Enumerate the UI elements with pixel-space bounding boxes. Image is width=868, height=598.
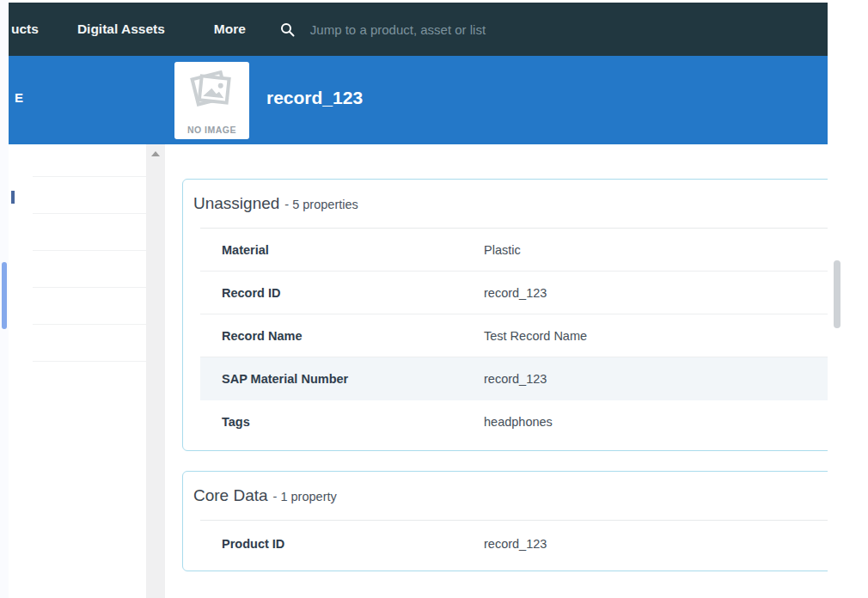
card-property-count: - 5 properties bbox=[284, 198, 358, 211]
property-label: SAP Material Number bbox=[222, 372, 484, 386]
property-row-material: Material Plastic bbox=[200, 229, 828, 272]
scroll-up-icon[interactable] bbox=[151, 151, 160, 156]
card-header: Core Data - 1 property bbox=[183, 472, 828, 520]
no-image-label: NO IMAGE bbox=[187, 125, 236, 135]
property-row-sap-material-number: SAP Material Number record_123 bbox=[200, 357, 828, 400]
record-title: record_123 bbox=[266, 88, 363, 108]
top-nav-bar: ucts Digital Assets More Jump to a produ… bbox=[9, 3, 828, 56]
left-scrollbar-thumb[interactable] bbox=[2, 262, 7, 329]
search-icon bbox=[280, 22, 295, 37]
nav-item-digital-assets[interactable]: Digital Assets bbox=[77, 21, 165, 37]
property-group-unassigned: Unassigned - 5 properties Material Plast… bbox=[182, 179, 828, 451]
property-value[interactable]: record_123 bbox=[484, 286, 547, 300]
sidebar-list-item[interactable] bbox=[33, 214, 146, 251]
property-value[interactable]: headphones bbox=[484, 415, 553, 429]
sidebar-list-item[interactable] bbox=[33, 251, 146, 288]
sidebar-truncated-text bbox=[11, 191, 15, 204]
record-header: E NO IMAGE record_123 bbox=[9, 56, 828, 144]
property-row-tags: Tags headphones bbox=[200, 400, 828, 443]
property-label: Tags bbox=[222, 415, 484, 429]
property-row-record-id: Record ID record_123 bbox=[200, 272, 828, 314]
content-area: Unassigned - 5 properties Material Plast… bbox=[9, 144, 828, 598]
sidebar-list-item[interactable] bbox=[33, 144, 146, 177]
property-group-core-data: Core Data - 1 property Product ID record… bbox=[182, 471, 828, 571]
property-row-product-id: Product ID record_123 bbox=[200, 521, 828, 567]
sidebar-list-item[interactable] bbox=[33, 177, 146, 214]
global-search[interactable]: Jump to a product, asset or list bbox=[280, 22, 486, 37]
property-panel: Unassigned - 5 properties Material Plast… bbox=[165, 144, 828, 598]
card-header: Unassigned - 5 properties bbox=[183, 180, 828, 228]
property-label: Record Name bbox=[222, 329, 484, 343]
property-value[interactable]: Test Record Name bbox=[484, 329, 587, 343]
sidebar-list-item[interactable] bbox=[33, 288, 146, 325]
nav-item-products-truncated[interactable]: ucts bbox=[11, 21, 39, 37]
property-value[interactable]: record_123 bbox=[484, 537, 547, 551]
nav-item-more[interactable]: More bbox=[214, 21, 246, 37]
property-label: Record ID bbox=[222, 286, 484, 300]
card-title: Unassigned bbox=[193, 194, 279, 213]
right-scrollbar-thumb[interactable] bbox=[834, 260, 840, 328]
card-title: Core Data bbox=[193, 486, 268, 505]
no-image-icon bbox=[188, 69, 236, 113]
property-value[interactable]: record_123 bbox=[484, 372, 547, 386]
property-row-record-name: Record Name Test Record Name bbox=[200, 314, 828, 357]
property-label: Product ID bbox=[222, 537, 484, 551]
sidebar-scrollbar[interactable] bbox=[146, 144, 165, 598]
sidebar-list bbox=[9, 144, 146, 598]
search-input[interactable]: Jump to a product, asset or list bbox=[310, 22, 486, 37]
property-value[interactable]: Plastic bbox=[484, 243, 521, 257]
truncated-header-text: E bbox=[15, 90, 23, 105]
app-window: ucts Digital Assets More Jump to a produ… bbox=[9, 3, 828, 598]
property-label: Material bbox=[222, 243, 484, 257]
sidebar-list-item[interactable] bbox=[33, 325, 146, 362]
card-property-count: - 1 property bbox=[273, 490, 337, 503]
product-image-placeholder[interactable]: NO IMAGE bbox=[174, 62, 249, 139]
